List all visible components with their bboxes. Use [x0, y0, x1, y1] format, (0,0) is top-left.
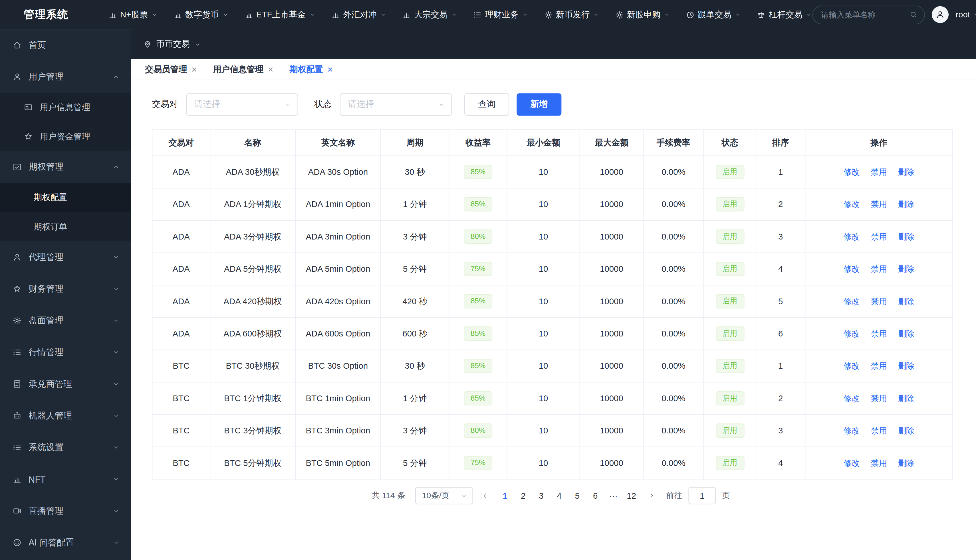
- disable-link[interactable]: 禁用: [871, 329, 887, 338]
- top-menu-item[interactable]: N+股票: [109, 9, 158, 20]
- page-button[interactable]: 6: [587, 487, 604, 504]
- sidebar-item-nft[interactable]: NFT: [0, 463, 131, 495]
- sidebar-item-agent-management[interactable]: 代理管理: [0, 241, 131, 273]
- page-button[interactable]: 5: [569, 487, 586, 504]
- sidebar-item-home[interactable]: 首页: [0, 29, 131, 61]
- menu-search-input[interactable]: [821, 10, 909, 19]
- page-button[interactable]: 1: [496, 487, 513, 504]
- cell-actions: 修改 禁用 删除: [805, 350, 953, 382]
- edit-link[interactable]: 修改: [844, 199, 860, 209]
- cell-name: ADA 420秒期权: [210, 285, 295, 317]
- edit-link[interactable]: 修改: [844, 232, 860, 241]
- delete-link[interactable]: 删除: [898, 232, 914, 241]
- delete-link[interactable]: 删除: [898, 426, 914, 435]
- edit-link[interactable]: 修改: [844, 426, 860, 435]
- delete-link[interactable]: 删除: [898, 264, 914, 273]
- top-menu-item[interactable]: 新股申购: [615, 9, 670, 20]
- disable-link[interactable]: 禁用: [871, 426, 887, 435]
- cell-sort: 2: [756, 188, 805, 220]
- sidebar-item-robot-management[interactable]: 机器人管理: [0, 400, 131, 432]
- next-page-button[interactable]: [643, 488, 660, 504]
- sidebar-item-user-info-management[interactable]: 用户信息管理: [0, 93, 131, 122]
- disable-link[interactable]: 禁用: [871, 167, 887, 177]
- delete-link[interactable]: 删除: [898, 296, 914, 306]
- edit-link[interactable]: 修改: [844, 458, 860, 467]
- page-size-select[interactable]: 10条/页: [415, 487, 473, 504]
- sidebar-item-ai-qa-config[interactable]: AI 问答配置: [0, 527, 131, 558]
- top-menu-item[interactable]: ETF上市基金: [244, 9, 316, 20]
- chevron-down-icon: [113, 508, 120, 514]
- edit-link[interactable]: 修改: [844, 329, 860, 338]
- delete-link[interactable]: 删除: [898, 199, 914, 209]
- top-menu-item[interactable]: 外汇对冲: [331, 9, 387, 20]
- sidebar-item-user-management[interactable]: 用户管理: [0, 61, 131, 93]
- page-button[interactable]: 12: [623, 487, 640, 504]
- status-badge: 启用: [715, 326, 744, 341]
- sidebar-item-option-management[interactable]: 期权管理: [0, 151, 131, 183]
- page-button[interactable]: ···: [605, 487, 622, 504]
- sidebar-item-option-config[interactable]: 期权配置: [0, 183, 131, 212]
- top-menu-item[interactable]: 杠杆交易: [757, 9, 812, 20]
- edit-link[interactable]: 修改: [844, 167, 860, 177]
- tab[interactable]: 期权配置 ×: [281, 59, 341, 80]
- tab[interactable]: 交易员管理 ×: [137, 59, 205, 80]
- top-menu-item[interactable]: 跟单交易: [686, 9, 741, 20]
- add-button[interactable]: 新增: [516, 93, 562, 116]
- sidebar-item-acceptor-management[interactable]: 承兑商管理: [0, 368, 131, 400]
- sidebar-item-live-management[interactable]: 直播管理: [0, 495, 131, 527]
- avatar[interactable]: [932, 6, 949, 23]
- delete-link[interactable]: 删除: [898, 167, 914, 177]
- page-button[interactable]: 2: [515, 487, 531, 504]
- jump-page-input[interactable]: [689, 487, 716, 504]
- top-menu-item[interactable]: 数字货币: [174, 9, 229, 20]
- disable-link[interactable]: 禁用: [871, 264, 887, 273]
- pair-select[interactable]: 请选择: [186, 93, 298, 116]
- page-list: 1 2 3 4 5 6 ···: [496, 487, 640, 504]
- prev-page-button[interactable]: [477, 488, 493, 504]
- table-row: ADA ADA 420秒期权 ADA 420s Option 420 秒 85%…: [152, 285, 953, 317]
- top-menu-item[interactable]: 新币发行: [544, 9, 600, 20]
- search-icon[interactable]: [909, 10, 918, 18]
- rate-badge: 85%: [464, 165, 492, 179]
- disable-link[interactable]: 禁用: [871, 232, 887, 241]
- edit-link[interactable]: 修改: [844, 361, 860, 370]
- cell-rate: 75%: [449, 447, 507, 479]
- status-select[interactable]: 请选择: [340, 93, 452, 116]
- user-menu[interactable]: root: [956, 10, 976, 19]
- disable-link[interactable]: 禁用: [871, 296, 887, 306]
- edit-link[interactable]: 修改: [844, 264, 860, 273]
- disable-link[interactable]: 禁用: [871, 361, 887, 370]
- disable-link[interactable]: 禁用: [871, 199, 887, 209]
- top-menu-item[interactable]: 大宗交易: [402, 9, 458, 20]
- breadcrumb[interactable]: 币币交易: [143, 38, 201, 50]
- user-icon: [936, 10, 945, 19]
- sidebar-item-finance-management[interactable]: 财务管理: [0, 273, 131, 305]
- delete-link[interactable]: 删除: [898, 458, 914, 467]
- delete-link[interactable]: 删除: [898, 361, 914, 370]
- sidebar-item-user-funds-management[interactable]: 用户资金管理: [0, 122, 131, 152]
- tab[interactable]: 用户信息管理 ×: [205, 59, 281, 80]
- page-button[interactable]: 4: [551, 487, 568, 504]
- top-menu-item[interactable]: 理财业务: [473, 9, 528, 20]
- edit-link[interactable]: 修改: [844, 393, 860, 403]
- delete-link[interactable]: 删除: [898, 393, 914, 403]
- close-icon[interactable]: ×: [192, 65, 197, 74]
- chevron-down-icon: [113, 412, 120, 419]
- query-button[interactable]: 查询: [464, 93, 509, 116]
- delete-link[interactable]: 删除: [898, 329, 914, 338]
- disable-link[interactable]: 禁用: [871, 393, 887, 403]
- sidebar-item-quotes-management[interactable]: 行情管理: [0, 337, 131, 368]
- disable-link[interactable]: 禁用: [871, 458, 887, 467]
- edit-link[interactable]: 修改: [844, 296, 860, 306]
- cell-pair: ADA: [152, 317, 210, 350]
- sidebar-item-system-settings[interactable]: 系统设置: [0, 432, 131, 463]
- sidebar-item-option-orders[interactable]: 期权订单: [0, 212, 131, 242]
- cell-name: BTC 5分钟期权: [210, 447, 295, 479]
- page-button[interactable]: 3: [533, 487, 550, 504]
- cell-max: 10000: [580, 220, 643, 253]
- close-icon[interactable]: ×: [268, 65, 273, 74]
- close-icon[interactable]: ×: [328, 65, 333, 74]
- jump-suffix: 页: [722, 490, 730, 501]
- chevron-down-icon: [309, 11, 316, 18]
- sidebar-item-panel-management[interactable]: 盘面管理: [0, 305, 131, 337]
